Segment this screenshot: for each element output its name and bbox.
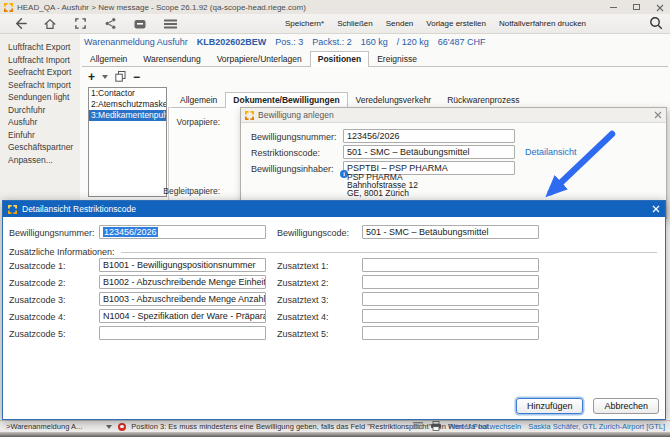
tab-dokumente-bewilligungen[interactable]: Dokumente/Bewilligungen bbox=[225, 92, 347, 108]
zusatzcode-1-field[interactable]: B1001 - Bewilligungspositionsnummer bbox=[99, 258, 266, 272]
inhaber-address-city: GE, 8001 Zürich bbox=[347, 189, 409, 197]
window-titlebar: HEAD_QA - Ausfuhr > New message - Scope … bbox=[0, 0, 670, 14]
bewilligungsnummer-field[interactable]: 123456/2026 bbox=[343, 129, 515, 143]
restriktionscode-label: Restriktionscode: bbox=[251, 148, 320, 158]
doc-type: Warenanmeldung Ausfuhr bbox=[84, 37, 188, 47]
sidebar-item-luftfracht-export[interactable]: Luftfracht Export bbox=[0, 41, 80, 54]
detailansicht-link[interactable]: Detailansicht bbox=[525, 147, 577, 157]
sidebar-item-einfuhr[interactable]: Einfuhr bbox=[0, 129, 80, 142]
add-position-dropdown-icon[interactable] bbox=[102, 75, 108, 79]
user-session-info[interactable]: Saskia Schäfer, GTL Zurich-Airport [GTL] bbox=[528, 422, 665, 431]
scope-logo-icon bbox=[8, 200, 17, 218]
action-senden[interactable]: Senden bbox=[386, 19, 414, 28]
tab-positionen[interactable]: Positionen bbox=[310, 51, 369, 67]
action-speichern[interactable]: Speichern* bbox=[285, 19, 324, 28]
zusatzcode-5-label: Zusatzcode 5: bbox=[9, 329, 66, 339]
zusatztext-2-label: Zusatztext 2: bbox=[277, 278, 329, 288]
doc-net-weight: / 120 kg bbox=[397, 37, 429, 47]
sidebar-item-durchfuhr[interactable]: Durchfuhr bbox=[0, 104, 80, 117]
restriktionscode-field[interactable]: 501 - SMC – Betäubungsmittel bbox=[343, 145, 515, 159]
action-notfallverfahren-drucken[interactable]: Notfallverfahren drucken bbox=[499, 19, 586, 28]
zusatztext-5-label: Zusatztext 5: bbox=[277, 329, 329, 339]
bewilligungsnummer-label: Bewilligungsnummer: bbox=[251, 132, 337, 142]
minimize-button[interactable] bbox=[610, 7, 617, 8]
selected-text: 123456/2026 bbox=[103, 227, 158, 237]
document-header: Warenanmeldung Ausfuhr KLB202602BEW Pos.… bbox=[84, 37, 486, 47]
sidebar-item-luftfracht-import[interactable]: Luftfracht Import bbox=[0, 54, 80, 67]
maximize-button[interactable] bbox=[633, 4, 640, 10]
sidebar-item-geschaeftspartner[interactable]: Geschäftspartner bbox=[0, 141, 80, 154]
menu-icon[interactable] bbox=[162, 16, 178, 32]
remove-position-icon[interactable]: − bbox=[133, 71, 140, 83]
zusaetzliche-informationen-section: Zusätzliche Informationen: bbox=[9, 247, 657, 257]
zusatzcode-3-label: Zusatzcode 3: bbox=[9, 295, 66, 305]
zusatzcode-4-label: Zusatzcode 4: bbox=[9, 312, 66, 322]
status-context-dropdown-icon[interactable] bbox=[106, 425, 112, 429]
detail-bewilligungscode-field[interactable]: 501 - SMC – Betäubungsmittel bbox=[362, 225, 539, 239]
printer-pool-link[interactable]: Printer Pool wechseln bbox=[449, 422, 522, 431]
detail-dialog-titlebar[interactable]: Detailansicht Restriktionscode bbox=[3, 201, 665, 217]
sidebar-item-ausfuhr[interactable]: Ausfuhr bbox=[0, 116, 80, 129]
tab-detail-allgemein[interactable]: Allgemein bbox=[172, 92, 225, 107]
zusatztext-2-field[interactable] bbox=[362, 275, 539, 289]
doc-position-count: Pos.: 3 bbox=[275, 37, 303, 47]
detail-bewilligungscode-label: Bewilligungscode: bbox=[277, 228, 349, 238]
detailansicht-restriktionscode-dialog: Detailansicht Restriktionscode Bewilligu… bbox=[2, 200, 666, 420]
status-context-selector[interactable]: >Warenanmeldung A... bbox=[6, 422, 82, 431]
zusatzcode-3-field[interactable]: B1003 - Abzuschreibende Menge Anzahl bbox=[99, 292, 266, 306]
doc-gross-weight: 160 kg bbox=[361, 37, 388, 47]
zusatzcode-2-field[interactable]: B1002 - Abzuschreibende Menge Einheit bbox=[99, 275, 266, 289]
printer-icon[interactable] bbox=[430, 421, 442, 433]
share-icon[interactable] bbox=[102, 16, 118, 32]
positions-toolbar: + − bbox=[88, 70, 140, 84]
position-item-1[interactable]: 1:Contactor bbox=[89, 88, 166, 99]
home-icon[interactable] bbox=[42, 16, 58, 32]
detail-bewilligungsnummer-field[interactable]: 123456/2026 bbox=[99, 225, 266, 239]
abbrechen-button[interactable]: Abbrechen bbox=[593, 398, 659, 414]
detail-bewilligungsnummer-label: Bewilligungsnummer: bbox=[9, 228, 95, 238]
tab-warensendung[interactable]: Warensendung bbox=[135, 51, 208, 66]
tab-allgemein[interactable]: Allgemein bbox=[82, 51, 135, 66]
zusatztext-3-field[interactable] bbox=[362, 292, 539, 306]
zusatztext-4-field[interactable] bbox=[362, 309, 539, 323]
section-label: Zusätzliche Informationen: bbox=[9, 247, 115, 257]
detail-dialog-close-icon[interactable] bbox=[652, 205, 660, 213]
doc-reference: KLB202602BEW bbox=[197, 37, 267, 47]
inbox-icon[interactable] bbox=[132, 16, 148, 32]
action-vorlage-erstellen[interactable]: Vorlage erstellen bbox=[426, 19, 486, 28]
add-position-icon[interactable]: + bbox=[88, 71, 95, 83]
tab-ereignisse[interactable]: Ereignisse bbox=[369, 51, 425, 66]
doc-total-value: 66'487 CHF bbox=[438, 37, 486, 47]
zusatztext-4-label: Zusatztext 4: bbox=[277, 312, 329, 322]
detail-dialog-title: Detailansicht Restriktionscode bbox=[22, 204, 136, 214]
window-title: HEAD_QA - Ausfuhr > New message - Scope … bbox=[17, 3, 306, 12]
bewilligung-dialog-close-icon[interactable] bbox=[654, 111, 662, 119]
copy-position-icon[interactable] bbox=[115, 68, 126, 86]
status-list-icon[interactable] bbox=[413, 422, 423, 431]
position-item-2[interactable]: 2:Atemschutzmasken bbox=[89, 99, 166, 110]
expand-icon[interactable] bbox=[72, 16, 88, 32]
bewilligung-dialog-titlebar[interactable]: Bewilligung anlegen bbox=[241, 108, 666, 123]
zusatztext-5-field[interactable] bbox=[362, 326, 539, 340]
zusatztext-1-label: Zusatztext 1: bbox=[277, 261, 329, 271]
doc-package-count: Packst.: 2 bbox=[312, 37, 352, 47]
action-schliessen[interactable]: Schließen bbox=[337, 19, 373, 28]
main-tab-bar: Allgemein Warensendung Vorpapiere/Unterl… bbox=[82, 51, 668, 67]
window-bottom-edge bbox=[0, 432, 670, 437]
sidebar-item-sendungen-light[interactable]: Sendungen light bbox=[0, 91, 80, 104]
zusatzcode-4-field[interactable]: N1004 - Spezifikation der Ware - Präpara… bbox=[99, 309, 266, 323]
bewilligung-dialog-title: Bewilligung anlegen bbox=[258, 110, 334, 120]
zusatzcode-5-field[interactable] bbox=[99, 326, 266, 340]
position-detail-tab-bar: Allgemein Dokumente/Bewilligungen Verede… bbox=[172, 92, 527, 108]
tab-vorpapiere-unterlagen[interactable]: Vorpapiere/Unterlagen bbox=[209, 51, 310, 66]
tab-veredelungsverkehr[interactable]: Veredelungsverkehr bbox=[348, 92, 440, 107]
tab-rueckwarenprozess[interactable]: Rückwarenprozess bbox=[439, 92, 527, 107]
sidebar-item-anpassen[interactable]: Anpassen... bbox=[0, 154, 80, 167]
sidebar-item-seefracht-export[interactable]: Seefracht Export bbox=[0, 66, 80, 79]
search-icon[interactable] bbox=[648, 15, 664, 35]
hinzufuegen-button[interactable]: Hinzufügen bbox=[516, 398, 584, 414]
zusatztext-1-field[interactable] bbox=[362, 258, 539, 272]
back-icon[interactable] bbox=[12, 16, 28, 32]
sidebar-item-seefracht-import[interactable]: Seefracht Import bbox=[0, 79, 80, 92]
zusatztext-3-label: Zusatztext 3: bbox=[277, 295, 329, 305]
